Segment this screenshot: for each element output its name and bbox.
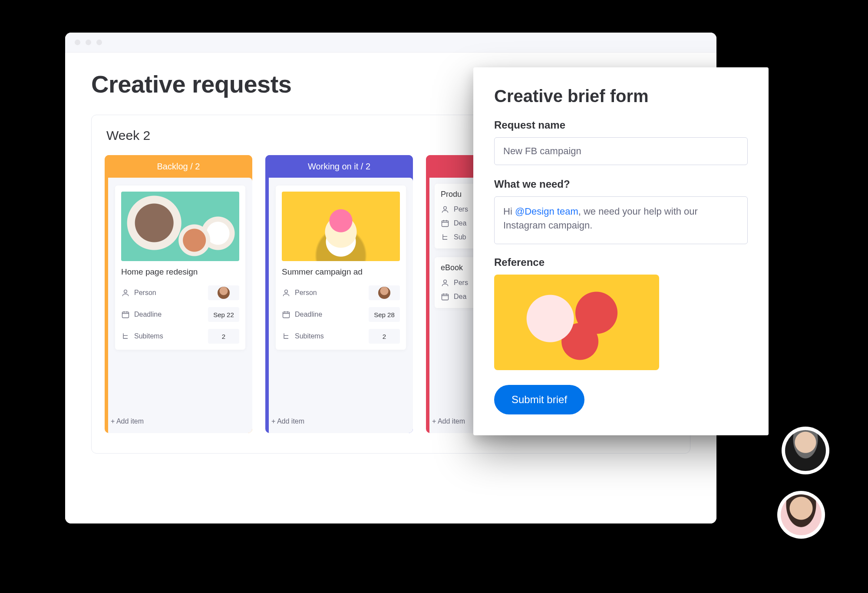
svg-point-4	[444, 206, 447, 209]
traffic-light-dot	[86, 40, 91, 45]
meta-label: Pers	[454, 205, 468, 213]
meta-label: Dea	[454, 293, 466, 301]
card-image	[282, 192, 400, 261]
meta-label: Dea	[454, 219, 466, 227]
avatar	[378, 287, 390, 299]
person-icon	[282, 288, 290, 297]
avatar-image	[785, 430, 826, 471]
meta-label: Sub	[454, 233, 466, 241]
card-title: Summer campaign ad	[282, 267, 400, 277]
svg-point-6	[444, 280, 447, 283]
what-we-need-textarea[interactable]: Hi @Design team, we need your help with …	[494, 196, 748, 244]
column-header: Working on it / 2	[265, 155, 413, 178]
meta-label: Person	[295, 289, 317, 297]
svg-point-2	[285, 290, 288, 293]
svg-rect-7	[442, 294, 449, 300]
svg-rect-3	[283, 312, 290, 318]
kanban-card[interactable]: Summer campaign ad Person	[276, 186, 406, 350]
meta-label: Pers	[454, 279, 468, 287]
svg-rect-5	[442, 221, 449, 226]
person-icon	[441, 278, 449, 287]
collaborator-avatar[interactable]	[777, 491, 825, 539]
person-icon	[441, 205, 449, 214]
meta-label: Deadline	[134, 311, 162, 318]
meta-label: Subitems	[295, 332, 324, 340]
meta-label: Deadline	[295, 311, 322, 318]
kanban-column-backlog[interactable]: Backlog / 2 Home page redesign Person	[105, 155, 252, 433]
calendar-icon	[121, 310, 130, 319]
card-meta-deadline: Deadline Sep 22	[121, 304, 239, 325]
deadline-value[interactable]: Sep 22	[208, 307, 239, 322]
calendar-icon	[282, 310, 290, 319]
text-fragment: Hi	[503, 206, 515, 217]
card-meta-person: Person	[282, 282, 400, 304]
submit-brief-button[interactable]: Submit brief	[494, 385, 584, 414]
subitems-value[interactable]: 2	[369, 329, 400, 344]
calendar-icon	[441, 219, 449, 228]
request-name-input[interactable]	[494, 137, 748, 165]
deadline-value[interactable]: Sep 28	[369, 307, 400, 322]
subitems-icon	[121, 332, 130, 341]
add-item-button[interactable]: + Add item	[108, 411, 252, 433]
avatar	[218, 287, 230, 299]
traffic-light-dot	[96, 40, 102, 45]
subitems-icon	[441, 233, 449, 242]
kanban-column-working[interactable]: Working on it / 2 Summer campaign ad Per…	[265, 155, 413, 433]
reference-label: Reference	[494, 256, 748, 268]
what-we-need-label: What we need?	[494, 178, 748, 190]
subitems-icon	[282, 332, 290, 341]
meta-label: Person	[134, 289, 156, 297]
person-value[interactable]	[208, 285, 239, 300]
meta-label: Subitems	[134, 332, 163, 340]
kanban-card[interactable]: Home page redesign Person	[115, 186, 245, 350]
subitems-value[interactable]: 2	[208, 329, 239, 344]
add-item-button[interactable]: + Add item	[269, 411, 413, 433]
card-image	[121, 192, 239, 261]
form-title: Creative brief form	[494, 86, 748, 106]
person-value[interactable]	[369, 285, 400, 300]
traffic-light-dot	[75, 40, 80, 45]
avatar-image	[781, 494, 822, 535]
collaborator-avatar[interactable]	[782, 427, 829, 474]
card-meta-subitems: Subitems 2	[121, 325, 239, 347]
svg-point-0	[124, 290, 127, 293]
calendar-icon	[441, 292, 449, 301]
card-meta-deadline: Deadline Sep 28	[282, 304, 400, 325]
browser-titlebar	[65, 33, 716, 53]
card-meta-person: Person	[121, 282, 239, 304]
column-header: Backlog / 2	[105, 155, 252, 178]
card-meta-subitems: Subitems 2	[282, 325, 400, 347]
reference-image[interactable]	[494, 275, 659, 370]
person-icon	[121, 288, 130, 297]
mention-design-team[interactable]: @Design team	[515, 206, 578, 217]
card-title: Home page redesign	[121, 267, 239, 277]
request-name-label: Request name	[494, 119, 748, 131]
creative-brief-form-panel: Creative brief form Request name What we…	[473, 67, 769, 435]
svg-rect-1	[122, 312, 129, 318]
